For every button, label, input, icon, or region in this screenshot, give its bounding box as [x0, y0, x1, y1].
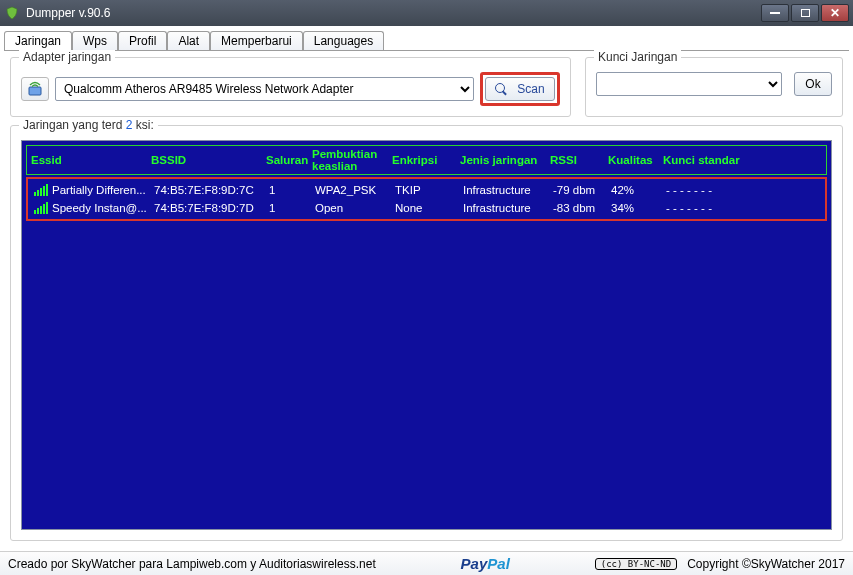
tab-memperbarui[interactable]: Memperbarui [210, 31, 303, 50]
col-auth[interactable]: Pembuktian keaslian [312, 148, 392, 172]
adapter-select[interactable]: Qualcomm Atheros AR9485 Wireless Network… [55, 77, 474, 101]
col-default-key[interactable]: Kunci standar [663, 154, 783, 166]
footer-left: Creado por SkyWatcher para Lampiweb.com … [8, 557, 376, 571]
copyright: Copyright ©SkyWatcher 2017 [687, 557, 845, 571]
key-group: Kunci Jaringan Ok [585, 57, 843, 117]
adapter-group: Adapter jaringan Qualcomm Atheros AR9485… [10, 57, 571, 117]
key-select[interactable] [596, 72, 782, 96]
adapter-icon [21, 77, 49, 101]
tab-jaringan[interactable]: Jaringan [4, 31, 72, 50]
footer-paypal[interactable]: PayPal [376, 555, 595, 572]
col-bssid[interactable]: BSSID [151, 154, 266, 166]
cc-badge[interactable]: (cc) BY-NC-ND [595, 558, 677, 570]
ok-button[interactable]: Ok [794, 72, 832, 96]
titlebar: Dumpper v.90.6 ✕ [0, 0, 853, 26]
key-legend: Kunci Jaringan [594, 50, 681, 64]
table-row[interactable]: Speedy Instan@... 74:B5:7E:F8:9D:7D 1 Op… [30, 199, 823, 217]
scan-label: Scan [517, 82, 544, 96]
window-title: Dumpper v.90.6 [26, 6, 111, 20]
scan-highlight: Scan [480, 72, 560, 106]
maximize-button[interactable] [791, 4, 819, 22]
close-button[interactable]: ✕ [821, 4, 849, 22]
col-essid[interactable]: Essid [31, 154, 151, 166]
signal-icon [34, 202, 48, 214]
col-quality[interactable]: Kualitas [608, 154, 663, 166]
minimize-button[interactable] [761, 4, 789, 22]
tab-profil[interactable]: Profil [118, 31, 167, 50]
col-rssi[interactable]: RSSI [550, 154, 608, 166]
col-network-type[interactable]: Jenis jaringan [460, 154, 550, 166]
tab-languages[interactable]: Languages [303, 31, 384, 50]
tab-alat[interactable]: Alat [167, 31, 210, 50]
rows-highlight: Partially Differen... 74:B5:7E:F8:9D:7C … [26, 177, 827, 221]
table-row[interactable]: Partially Differen... 74:B5:7E:F8:9D:7C … [30, 181, 823, 199]
signal-icon [34, 184, 48, 196]
svg-rect-0 [29, 87, 41, 95]
detected-legend: Jaringan yang terd 2 ksi: [19, 118, 158, 132]
tabbar: Jaringan Wps Profil Alat Memperbarui Lan… [4, 28, 849, 50]
footer: Creado por SkyWatcher para Lampiweb.com … [0, 551, 853, 575]
search-icon [495, 83, 507, 95]
scan-button[interactable]: Scan [485, 77, 555, 101]
adapter-legend: Adapter jaringan [19, 50, 115, 64]
network-table: Essid BSSID Saluran Pembuktian keaslian … [21, 140, 832, 530]
col-encryption[interactable]: Enkripsi [392, 154, 460, 166]
tab-wps[interactable]: Wps [72, 31, 118, 50]
app-icon [4, 5, 20, 21]
detected-group: Jaringan yang terd 2 ksi: Essid BSSID Sa… [10, 125, 843, 541]
table-header: Essid BSSID Saluran Pembuktian keaslian … [26, 145, 827, 175]
col-channel[interactable]: Saluran [266, 154, 312, 166]
footer-right: (cc) BY-NC-ND Copyright ©SkyWatcher 2017 [595, 557, 845, 571]
